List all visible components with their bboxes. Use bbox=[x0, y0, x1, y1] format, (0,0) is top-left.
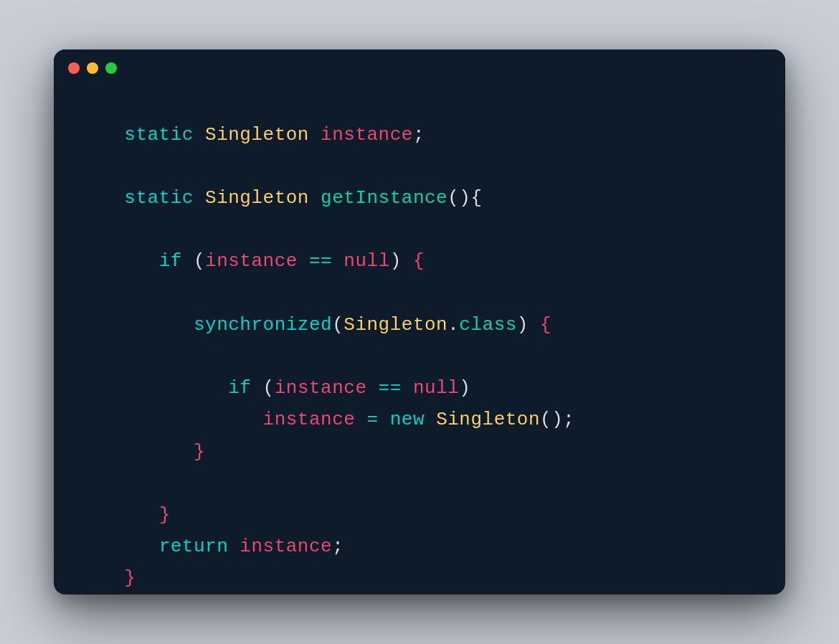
code-line-11: if (instance == null) bbox=[90, 372, 749, 404]
code-line-blank-4 bbox=[90, 278, 749, 309]
close-button[interactable] bbox=[68, 62, 80, 74]
code-line-18: } bbox=[90, 595, 749, 595]
code-line-blank-2 bbox=[90, 151, 749, 182]
code-line-13: } bbox=[90, 436, 749, 468]
code-block: public class Singleton { static Singleto… bbox=[90, 87, 749, 595]
code-line-12: instance = new Singleton(); bbox=[90, 404, 749, 435]
maximize-button[interactable] bbox=[105, 62, 117, 74]
code-line-5: static Singleton getInstance(){ bbox=[90, 182, 749, 214]
code-line-blank-6 bbox=[90, 468, 749, 499]
code-line-9: synchronized(Singleton.class) { bbox=[90, 309, 749, 341]
code-line-17: } bbox=[90, 562, 749, 594]
code-window: public class Singleton { static Singleto… bbox=[54, 49, 785, 595]
minimize-button[interactable] bbox=[87, 62, 98, 74]
code-area: public class Singleton { static Singleto… bbox=[54, 87, 785, 595]
code-line-7: if (instance == null) { bbox=[90, 245, 749, 277]
code-line-blank-3 bbox=[90, 214, 749, 245]
code-line-16: return instance; bbox=[90, 531, 749, 562]
code-line-blank-1 bbox=[90, 87, 749, 119]
code-line-3: static Singleton instance; bbox=[90, 119, 749, 151]
traffic-lights bbox=[68, 62, 117, 74]
code-line-blank-5 bbox=[90, 341, 749, 372]
titlebar bbox=[54, 49, 785, 87]
code-line-15: } bbox=[90, 499, 749, 531]
